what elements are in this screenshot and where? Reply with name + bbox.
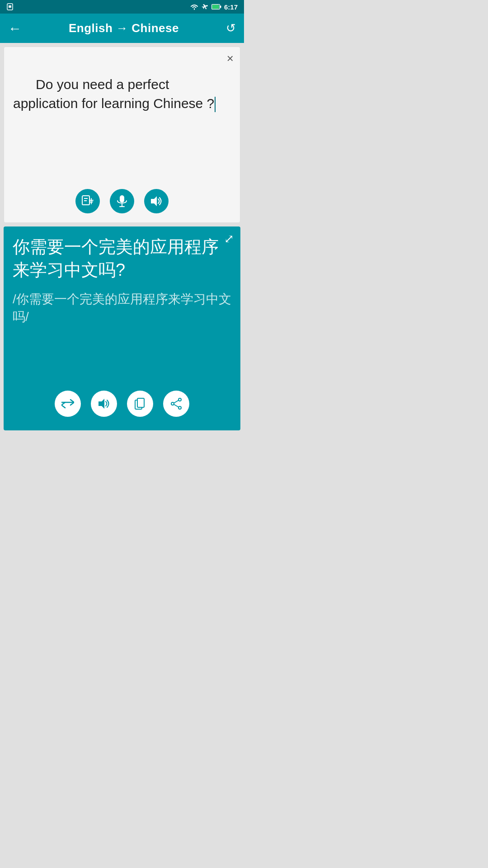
svg-marker-14: [99, 399, 104, 409]
clear-input-button[interactable]: ×: [227, 52, 234, 64]
history-button[interactable]: ↺: [226, 21, 236, 35]
output-speaker-button[interactable]: [91, 391, 117, 417]
input-panel: Do you need a perfect application for le…: [4, 47, 240, 223]
translated-text-main: 你需要一个完美的应用程序来学习中文吗?: [13, 236, 231, 282]
output-panel: ⤢ 你需要一个完美的应用程序来学习中文吗? /你需要一个完美的应用程序来学习中文…: [4, 226, 240, 430]
microphone-button[interactable]: [110, 189, 134, 213]
status-right: 6:17: [190, 3, 238, 11]
svg-line-21: [174, 405, 178, 407]
svg-point-18: [171, 402, 174, 405]
text-cursor: [215, 97, 216, 112]
time-display: 6:17: [224, 3, 238, 11]
output-actions: [13, 383, 231, 426]
input-speaker-button[interactable]: [144, 189, 169, 213]
share-button[interactable]: [163, 391, 189, 417]
translate-text-button[interactable]: [75, 189, 100, 213]
svg-marker-12: [151, 196, 157, 206]
battery-icon: [211, 4, 221, 9]
svg-rect-5: [212, 5, 219, 9]
language-direction-title: English → Chinese: [69, 21, 179, 35]
status-bar: 6:17: [0, 0, 244, 14]
swap-languages-button[interactable]: [55, 391, 81, 417]
svg-line-20: [174, 401, 178, 403]
svg-point-19: [178, 406, 181, 409]
input-text-display[interactable]: Do you need a perfect application for le…: [4, 47, 240, 189]
svg-rect-9: [120, 195, 124, 203]
status-left: [6, 3, 14, 10]
svg-rect-1: [9, 5, 11, 8]
svg-rect-16: [137, 398, 144, 407]
wifi-icon: [190, 4, 199, 10]
input-text-value: Do you need a perfect application for le…: [13, 77, 214, 111]
translated-text-pinyin: /你需要一个完美的应用程序来学习中文吗/: [13, 290, 231, 326]
top-bar: ← English → Chinese ↺: [0, 14, 244, 43]
svg-point-17: [178, 398, 181, 401]
sim-icon: [6, 3, 14, 10]
copy-button[interactable]: [127, 391, 153, 417]
input-actions: [4, 189, 240, 222]
expand-output-button[interactable]: ⤢: [224, 232, 234, 246]
airplane-icon: [202, 3, 209, 10]
svg-rect-3: [220, 6, 221, 8]
main-content: Do you need a perfect application for le…: [0, 43, 244, 434]
back-button[interactable]: ←: [8, 21, 22, 36]
